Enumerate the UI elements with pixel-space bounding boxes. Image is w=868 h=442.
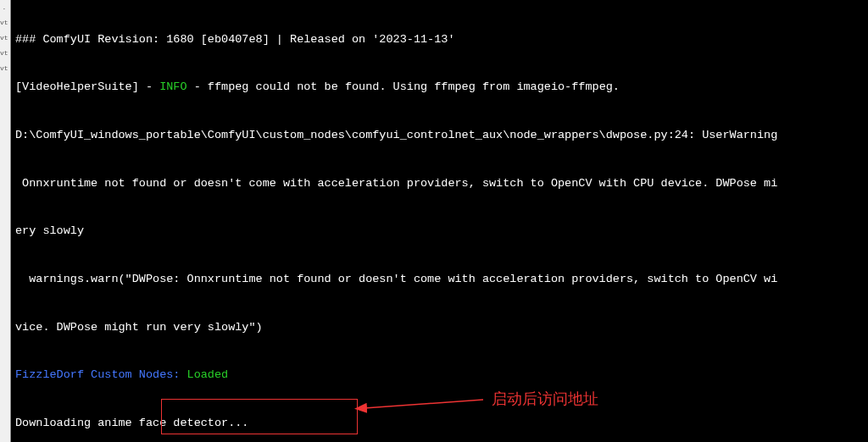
- gutter-item: vty: [0, 15, 8, 30]
- console-line: FizzleDorf Custom Nodes: Loaded: [15, 367, 865, 384]
- console-line: warnings.warn("DWPose: Onnxruntime not f…: [15, 272, 865, 288]
- console-line: vice. DWPose might run very slowly"): [15, 320, 865, 336]
- log-level-info: INFO: [159, 80, 186, 93]
- console-line: ery slowly: [15, 224, 865, 240]
- gutter-item: vty: [0, 30, 8, 46]
- console-line: [VideoHelperSuite] - INFO - ffmpeg could…: [15, 80, 865, 96]
- gutter-item: .: [0, 0, 8, 15]
- gutter-item: vty: [0, 46, 8, 61]
- console-line: Downloading anime face detector...: [15, 416, 865, 432]
- log-message: - ffmpeg could not be found. Using ffmpe…: [187, 80, 620, 93]
- log-prefix: [VideoHelperSuite] -: [15, 80, 159, 93]
- terminal-output[interactable]: ### ComfyUI Revision: 1680 [eb0407e8] | …: [12, 0, 868, 442]
- console-line: D:\ComfyUI_windows_portable\ComfyUI\cust…: [15, 128, 865, 144]
- gutter-item: vty: [0, 61, 8, 76]
- left-gutter: . vty vty vty vty: [0, 0, 11, 442]
- status-loaded: Loaded: [180, 368, 228, 381]
- console-line: Onnxruntime not found or doesn't come wi…: [15, 176, 865, 192]
- module-name: FizzleDorf Custom Nodes:: [15, 368, 180, 381]
- console-line: ### ComfyUI Revision: 1680 [eb0407e8] | …: [15, 32, 865, 48]
